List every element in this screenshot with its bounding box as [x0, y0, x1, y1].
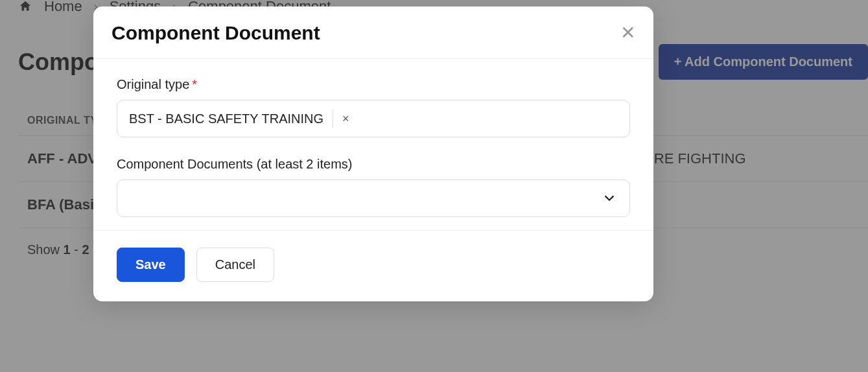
close-icon[interactable]: ✕ [620, 24, 635, 42]
component-documents-select[interactable] [117, 180, 630, 217]
original-type-input[interactable]: BST - BASIC SAFETY TRAINING × [117, 100, 630, 137]
component-documents-label: Component Documents (at least 2 items) [117, 157, 630, 172]
original-type-label-text: Original type [117, 77, 189, 91]
original-type-label: Original type* [117, 77, 630, 92]
cancel-button[interactable]: Cancel [196, 248, 274, 282]
component-document-modal: Component Document ✕ Original type* BST … [93, 6, 653, 301]
modal-title: Component Document [111, 22, 320, 44]
modal-body: Original type* BST - BASIC SAFETY TRAINI… [93, 59, 653, 230]
tag-label: BST - BASIC SAFETY TRAINING [129, 111, 323, 126]
modal-footer: Save Cancel [93, 230, 653, 301]
save-button-label: Save [135, 257, 166, 272]
cancel-button-label: Cancel [215, 257, 255, 272]
tag-divider [333, 110, 333, 128]
tag-remove-icon[interactable]: × [340, 112, 352, 126]
selected-tag: BST - BASIC SAFETY TRAINING × [125, 107, 356, 130]
required-mark: * [192, 77, 197, 91]
chevron-down-icon [602, 191, 616, 205]
modal-header: Component Document ✕ [93, 6, 653, 59]
save-button[interactable]: Save [117, 248, 185, 282]
